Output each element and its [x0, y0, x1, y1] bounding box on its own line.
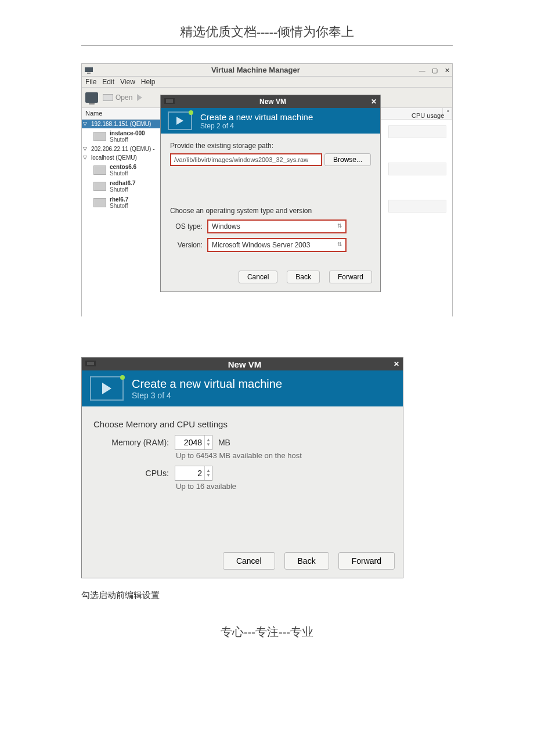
banner-title: Create a new virtual machine	[200, 112, 313, 122]
banner-title: Create a new virtual machine	[132, 377, 282, 391]
memory-hint: Up to 64543 MB available on the host	[176, 451, 391, 460]
connection-row[interactable]: 192.168.1.151 (QEMU)	[82, 120, 161, 128]
chevron-updown-icon: ⇅	[337, 241, 342, 249]
open-button[interactable]: Open	[103, 93, 132, 102]
storage-path-label: Provide the existing storage path:	[170, 142, 371, 150]
vm-row[interactable]: redhat6.7Shutoff	[82, 178, 161, 195]
browse-button[interactable]: Browse...	[324, 153, 371, 166]
spinner-arrows-icon[interactable]: ▲▼	[204, 435, 212, 449]
storage-path-input[interactable]: /var/lib/libvirt/images/windows2003_32_s…	[170, 153, 322, 166]
banner-step: Step 2 of 4	[200, 122, 313, 130]
ostype-select[interactable]: Windows⇅	[207, 219, 347, 233]
monitor-icon	[103, 94, 113, 101]
vmm-sidebar: 192.168.1.151 (QEMU) instance-000 Shutof…	[82, 120, 161, 326]
close-icon[interactable]: ✕	[371, 98, 377, 106]
menu-file[interactable]: File	[85, 78, 96, 86]
vm-row[interactable]: instance-000 Shutoff	[82, 128, 161, 145]
cpu-hint: Up to 16 available	[176, 482, 391, 491]
window-controls: — ▢ ✕	[414, 66, 450, 74]
dialog-title: New VM	[96, 359, 394, 369]
version-select[interactable]: Microsoft Windows Server 2003⇅	[207, 238, 347, 252]
svg-rect-3	[166, 99, 173, 103]
cpu-spinner[interactable]: ▲▼	[175, 466, 212, 481]
vm-thumb-icon	[93, 198, 106, 207]
memory-spinner[interactable]: ▲▼	[175, 435, 212, 450]
dialog-titlebar[interactable]: New VM ✕	[161, 95, 380, 108]
dialog-title-icon	[85, 361, 96, 368]
memory-input[interactable]	[175, 435, 204, 449]
minimize-icon[interactable]: —	[419, 67, 425, 74]
close-icon[interactable]: ✕	[394, 360, 399, 368]
vmm-title: Virtual Machine Manager	[97, 66, 414, 74]
vm-play-icon	[168, 111, 192, 130]
forward-button[interactable]: Forward	[338, 552, 395, 570]
cancel-button[interactable]: Cancel	[223, 552, 275, 570]
back-button[interactable]: Back	[284, 552, 329, 570]
dialog-titlebar[interactable]: New VM ✕	[82, 358, 403, 370]
memcpu-heading: Choose Memory and CPU settings	[93, 419, 391, 429]
vmm-icon	[84, 66, 93, 75]
maximize-icon[interactable]: ▢	[432, 67, 438, 74]
menu-help[interactable]: Help	[141, 78, 156, 86]
chevron-updown-icon: ⇅	[337, 222, 342, 231]
forward-button[interactable]: Forward	[329, 271, 372, 283]
vm-play-icon	[90, 376, 124, 401]
page-header: 精选优质文档-----倾情为你奉上	[81, 0, 453, 46]
vm-row[interactable]: rhel6.7Shutoff	[82, 195, 161, 211]
vm-thumb-icon	[93, 165, 106, 175]
vm-row[interactable]: centos6.6Shutoff	[82, 162, 161, 178]
dialog-title-icon	[164, 98, 175, 105]
back-button[interactable]: Back	[287, 271, 320, 283]
connection-row[interactable]: 202.206.22.11 (QEMU) -	[82, 145, 161, 153]
vmm-menubar: File Edit View Help	[82, 77, 452, 87]
new-vm-dialog-step3: New VM ✕ Create a new virtual machine St…	[81, 357, 403, 578]
vm-thumb-icon	[93, 182, 106, 191]
cpu-usage-graph	[388, 125, 446, 138]
version-label: Version:	[170, 241, 203, 249]
caption-text: 勾选启动前编辑设置	[81, 590, 534, 601]
menu-edit[interactable]: Edit	[102, 78, 114, 86]
vmm-titlebar: Virtual Machine Manager — ▢ ✕	[82, 64, 452, 77]
page-footer: 专心---专注---专业	[0, 601, 534, 663]
memory-label: Memory (RAM):	[93, 438, 169, 447]
dialog-banner: Create a new virtual machine Step 2 of 4	[161, 108, 380, 134]
ostype-label: OS type:	[170, 222, 203, 231]
close-icon[interactable]: ✕	[445, 67, 450, 74]
os-choose-label: Choose an operating system type and vers…	[170, 207, 371, 215]
vmm-window: Virtual Machine Manager — ▢ ✕ File Edit …	[81, 63, 453, 316]
banner-step: Step 3 of 4	[132, 391, 282, 400]
cpu-label: CPUs:	[93, 469, 169, 478]
memory-unit: MB	[218, 438, 230, 447]
dialog-title: New VM	[175, 98, 371, 106]
dialog-banner: Create a new virtual machine Step 3 of 4	[82, 370, 403, 406]
spinner-arrows-icon[interactable]: ▲▼	[204, 466, 212, 480]
play-icon[interactable]	[137, 94, 142, 101]
menu-view[interactable]: View	[120, 78, 135, 86]
cpu-usage-graph	[388, 200, 446, 213]
svg-rect-0	[85, 67, 93, 72]
new-vm-icon[interactable]	[85, 92, 98, 103]
svg-rect-1	[87, 73, 91, 74]
cpu-input[interactable]	[175, 466, 204, 480]
cpu-usage-graph	[388, 163, 446, 175]
svg-rect-5	[87, 362, 94, 365]
new-vm-dialog-step2: New VM ✕ Create a new virtual machine St…	[160, 95, 381, 292]
connection-row[interactable]: localhost (QEMU)	[82, 153, 161, 162]
vm-thumb-icon	[93, 132, 106, 141]
cancel-button[interactable]: Cancel	[239, 271, 277, 283]
